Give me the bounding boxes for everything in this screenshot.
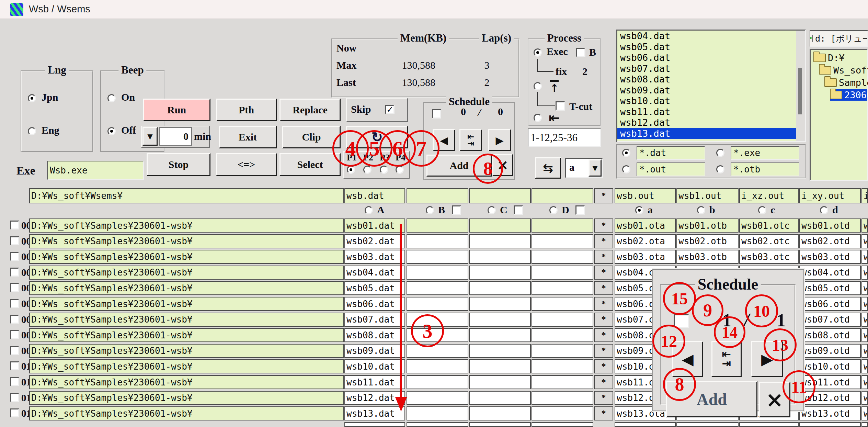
cell-colC[interactable] [469, 328, 531, 342]
filter-otb-field[interactable]: *.otb [731, 162, 799, 176]
cell-partial-outD[interactable] [799, 422, 861, 427]
filter-otb-radio[interactable] [716, 165, 724, 173]
cell-path[interactable]: D:¥Ws_soft¥Samples¥230601-wsb¥ [29, 234, 344, 248]
cell-star[interactable]: * [594, 266, 613, 280]
cell-partial-colB[interactable] [407, 422, 468, 427]
cell-outA[interactable]: wsb02.ota [615, 234, 676, 248]
cell-path[interactable]: D:¥Ws_soft¥Samples¥230601-wsb¥ [29, 359, 344, 373]
p2-radio[interactable] [363, 166, 372, 174]
file-list-item[interactable]: wsb13.dat [617, 128, 798, 139]
combo-dropdown-icon[interactable]: ▼ [589, 159, 602, 177]
header-path-field[interactable]: D:¥Ws_soft¥Wsems¥ [29, 188, 344, 203]
tcut-checkbox[interactable] [556, 101, 565, 111]
cell-outE[interactable]: ws [861, 234, 868, 248]
cell-outE[interactable]: ws [861, 344, 868, 358]
scrollbar-thumb[interactable] [798, 68, 802, 114]
timer-value[interactable]: 0 [159, 127, 192, 146]
p4-radio[interactable] [396, 166, 404, 174]
cell-outD[interactable]: wsb06.otd [799, 297, 861, 311]
header-outD-field[interactable]: i_xy.out [799, 188, 861, 203]
column-radio-D[interactable] [549, 206, 558, 214]
header-dat-field[interactable]: wsb.dat [344, 188, 405, 203]
cell-outB[interactable]: wsb02.otb [676, 234, 739, 248]
cell-outE[interactable]: ws [861, 250, 868, 264]
range-input[interactable]: 1-12,25-36 [528, 128, 601, 147]
cell-star[interactable]: * [594, 359, 613, 373]
cell-path[interactable]: D:¥Ws_soft¥Samples¥230601-wsb¥ [29, 406, 344, 420]
header-outC-field[interactable]: i_xz.out [739, 188, 799, 203]
column-radio-b[interactable] [697, 206, 705, 214]
cell-dat[interactable]: wsb09.dat [344, 344, 405, 358]
cell-path[interactable]: D:¥Ws_soft¥Samples¥230601-wsb¥ [29, 344, 344, 358]
cell-dat[interactable]: wsb10.dat [344, 359, 405, 373]
cell-colD[interactable] [532, 297, 593, 311]
cell-colB[interactable] [407, 406, 468, 420]
row-checkbox[interactable] [10, 236, 19, 245]
cell-dat[interactable]: wsb01.dat [344, 218, 405, 233]
cell-partial-outA[interactable] [615, 422, 676, 427]
select-button[interactable]: Select [279, 153, 341, 176]
cell-star[interactable]: * [594, 234, 613, 248]
cell-path[interactable]: D:¥Ws_soft¥Samples¥230601-wsb¥ [29, 313, 344, 327]
process-b-checkbox[interactable] [576, 48, 585, 57]
tree-item[interactable]: Ws_soft [819, 64, 868, 76]
cell-colB[interactable] [407, 281, 468, 295]
cell-colD[interactable] [532, 281, 593, 295]
cell-partial-outC[interactable] [739, 422, 799, 427]
cell-colB[interactable] [407, 297, 468, 311]
cell-outC[interactable]: wsb03.otc [739, 250, 799, 264]
row-checkbox[interactable] [10, 361, 19, 370]
filter-dat-radio[interactable] [622, 149, 630, 157]
cell-dat[interactable]: wsb02.dat [344, 234, 405, 248]
cell-colB[interactable] [407, 344, 468, 358]
stop-button[interactable]: Stop [147, 153, 210, 176]
cell-colD[interactable] [532, 313, 593, 327]
header-colD-field[interactable] [532, 188, 593, 203]
row-checkbox[interactable] [10, 377, 19, 386]
cell-dat[interactable]: wsb07.dat [344, 313, 405, 327]
cell-path[interactable]: D:¥Ws_soft¥Samples¥230601-wsb¥ [29, 391, 344, 405]
cell-outE[interactable]: ws [861, 391, 868, 405]
cell-colC[interactable] [469, 344, 531, 358]
filter-exe-radio[interactable] [716, 149, 724, 157]
cell-colD[interactable] [532, 250, 593, 264]
beep-on-radio[interactable] [107, 94, 116, 102]
row-checkbox[interactable] [10, 299, 19, 308]
cell-path[interactable]: D:¥Ws_soft¥Samples¥230601-wsb¥ [29, 218, 344, 233]
cell-outD[interactable]: wsb03.otd [799, 250, 861, 264]
cell-colD[interactable] [532, 391, 593, 405]
header-outB-field[interactable]: wsb1.out [676, 188, 739, 203]
file-list-scrollbar[interactable] [796, 31, 805, 141]
cell-dat[interactable]: wsb05.dat [344, 281, 405, 295]
tree-item[interactable]: Samples [824, 77, 868, 88]
cell-outE[interactable]: ws [861, 406, 868, 420]
exe-field[interactable]: Wsb.exe [47, 161, 144, 180]
cell-outE[interactable]: ws [861, 218, 868, 233]
run-button[interactable]: Run [143, 99, 210, 121]
row-checkbox[interactable] [10, 346, 19, 355]
filter-out-field[interactable]: *.out [637, 162, 705, 176]
cell-outE[interactable]: ws [861, 375, 868, 389]
header-outA-field[interactable]: wsb.out [615, 188, 676, 203]
row-checkbox[interactable] [10, 330, 19, 339]
schedule-checkbox[interactable] [432, 109, 441, 119]
cell-path[interactable]: D:¥Ws_soft¥Samples¥230601-wsb¥ [29, 297, 344, 311]
pth-button[interactable]: Pth [216, 99, 277, 121]
column-radio-d[interactable] [820, 206, 828, 214]
row-checkbox[interactable] [10, 283, 19, 292]
file-list-item[interactable]: wsb11.dat [617, 106, 805, 117]
beep-off-radio[interactable] [107, 127, 116, 135]
file-list-item[interactable]: wsb04.dat [617, 31, 805, 42]
column-radio-c[interactable] [758, 206, 766, 214]
schedule-next-button[interactable]: ▶ [488, 129, 511, 151]
cell-star[interactable]: * [594, 344, 613, 358]
cell-colC[interactable] [469, 391, 531, 405]
cell-outD[interactable]: wsb10.otd [799, 359, 861, 373]
row-checkbox[interactable] [10, 252, 19, 261]
cell-star[interactable]: * [594, 297, 613, 311]
filter-dat-field[interactable]: *.dat [637, 146, 705, 160]
file-list-item[interactable]: wsb12.dat [617, 117, 805, 128]
cell-colB[interactable] [407, 218, 468, 233]
cell-star[interactable]: * [594, 313, 613, 327]
cell-dat[interactable]: wsb11.dat [344, 375, 405, 389]
